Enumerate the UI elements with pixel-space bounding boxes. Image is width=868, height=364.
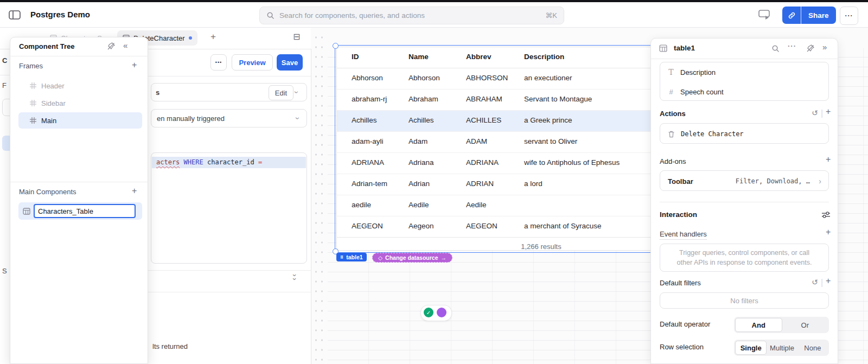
- reset-icon[interactable]: ↺: [812, 278, 818, 286]
- add-filter-button[interactable]: +: [826, 276, 831, 286]
- interaction-section-label: Interaction: [660, 210, 697, 219]
- operator-option-or[interactable]: Or: [782, 318, 828, 332]
- default-operator-label: Default operator: [660, 320, 710, 328]
- status-avatar-green: ✓: [423, 306, 435, 318]
- component-rename-input[interactable]: Characters_Table: [34, 204, 136, 218]
- table-cell: ACHILLES: [466, 116, 501, 124]
- unpin-icon[interactable]: [107, 42, 116, 50]
- row-selection-option-multiple[interactable]: Multiple: [767, 341, 797, 355]
- table-cell: Adrian: [409, 180, 430, 188]
- operator-option-and[interactable]: And: [735, 318, 782, 332]
- add-frame-button[interactable]: +: [132, 60, 137, 70]
- column-field-row[interactable]: # Speech count: [660, 82, 828, 101]
- icon-divider: |: [821, 108, 823, 118]
- column-field-label: Description: [680, 68, 716, 76]
- unsaved-dot: [189, 36, 192, 40]
- no-filters-box[interactable]: No filters: [660, 292, 829, 309]
- sliders-icon[interactable]: [821, 211, 831, 219]
- table-cell: Adam: [409, 137, 427, 145]
- unpin-icon[interactable]: [806, 44, 815, 53]
- change-datasource-button[interactable]: ◇ Change datasource →: [372, 253, 452, 263]
- arrow-right-icon: →: [441, 254, 447, 261]
- table-cell: adam-ayli: [352, 137, 384, 145]
- add-component-button[interactable]: +: [132, 186, 137, 196]
- run-trigger-select[interactable]: en manually triggered ›: [151, 109, 307, 127]
- add-action-button[interactable]: +: [826, 107, 831, 117]
- collapse-inspector-icon[interactable]: »: [822, 42, 827, 52]
- table-cell: Abhorson: [352, 74, 383, 82]
- resource-selector[interactable]: s Edit ›: [151, 83, 307, 101]
- add-addon-button[interactable]: +: [826, 155, 831, 164]
- action-item-label: Delete Character: [681, 130, 744, 138]
- table-cell: AEGEON: [352, 222, 383, 230]
- addons-section-label: Add-ons: [660, 157, 686, 165]
- preview-button[interactable]: Preview: [232, 54, 273, 71]
- resize-handle-top-left[interactable]: [333, 43, 339, 49]
- addons-list: Toolbar Filter, Download, … ›: [660, 170, 829, 191]
- table-cell: Adrian-tem: [352, 180, 387, 188]
- chevron-down-icon[interactable]: ›: [292, 91, 301, 94]
- collapse-panel-icon[interactable]: ⊟: [293, 31, 300, 42]
- add-event-handler-button[interactable]: +: [826, 227, 831, 237]
- sql-code-line[interactable]: acters WHERE character_id =: [156, 158, 262, 166]
- collapse-tree-icon[interactable]: «: [123, 41, 127, 50]
- column-header[interactable]: Abbrev: [466, 53, 492, 61]
- column-header[interactable]: Name: [409, 53, 429, 61]
- link-icon: [788, 11, 796, 20]
- row-selection-option-single[interactable]: Single: [735, 341, 767, 355]
- tree-item-header[interactable]: Header: [18, 78, 142, 94]
- toolbar-addon-label: Toolbar: [668, 177, 693, 186]
- column-header[interactable]: ID: [352, 53, 359, 61]
- table-cell: ABHORSON: [466, 74, 508, 82]
- table-cell: Servant to Montague: [524, 95, 592, 103]
- actions-section-label: Actions: [660, 110, 686, 118]
- action-item-delete-character[interactable]: Delete Character: [660, 124, 828, 144]
- table-cell: AEGEON: [466, 222, 497, 230]
- tree-item-label: Main: [41, 117, 56, 125]
- results-returned-fragment: lts returned: [152, 342, 188, 350]
- query-editor-panel: ••• Preview Save s Edit › en manually tr…: [148, 49, 311, 364]
- table-icon: [659, 44, 667, 52]
- search-placeholder: Search for components, queries, and acti…: [279, 11, 545, 20]
- table-cell: Aegeon: [409, 222, 434, 230]
- column-field-row[interactable]: T Description: [660, 62, 828, 82]
- tree-item-main[interactable]: Main: [18, 112, 142, 129]
- table-cell: wife to Antipholus of Ephesus: [524, 158, 620, 167]
- frames-section-label: Frames: [19, 62, 43, 70]
- component-name-tag[interactable]: ⠿ table1: [336, 253, 367, 261]
- row-selection-option-none[interactable]: None: [797, 341, 828, 355]
- more-options-icon[interactable]: ···: [788, 42, 796, 50]
- copy-link-button[interactable]: [782, 7, 801, 24]
- column-field-label: Speech count: [680, 88, 724, 96]
- change-datasource-label: Change datasource: [385, 254, 438, 261]
- resource-label-fragment: s: [156, 88, 159, 97]
- share-button[interactable]: Share: [801, 7, 836, 24]
- text-type-icon: T: [668, 68, 674, 76]
- no-filters-text: No filters: [730, 297, 758, 305]
- column-header[interactable]: Description: [524, 53, 564, 61]
- query-more-button[interactable]: •••: [210, 54, 227, 71]
- inspector-header: table1 ··· »: [651, 39, 838, 59]
- edit-resource-button[interactable]: Edit: [269, 85, 293, 100]
- diamond-icon: ◇: [378, 254, 382, 261]
- row-selection-label: Row selection: [660, 343, 704, 351]
- tree-item-characters-table[interactable]: Characters_Table: [18, 202, 142, 220]
- tree-item-sidebar[interactable]: Sidebar: [18, 95, 142, 111]
- search-icon[interactable]: [771, 44, 780, 53]
- component-tree-panel: Component Tree « Frames + Header Sidebar…: [10, 37, 148, 364]
- sidebar-toggle-icon[interactable]: [9, 10, 21, 20]
- columns-list: T Description # Speech count: [660, 62, 829, 101]
- global-search-input[interactable]: Search for components, queries, and acti…: [259, 7, 564, 24]
- search-icon: [266, 11, 275, 20]
- collapse-section-icon[interactable]: ››: [293, 273, 296, 281]
- more-options-button[interactable]: ···: [840, 7, 858, 25]
- reset-icon[interactable]: ↺: [812, 108, 818, 117]
- sql-editor[interactable]: acters WHERE character_id =: [151, 152, 307, 264]
- component-name-label: table1: [346, 254, 362, 260]
- actions-list: Delete Character: [660, 123, 829, 144]
- debug-panel-icon[interactable]: [758, 10, 770, 20]
- user-avatar-purple: [436, 306, 448, 318]
- toolbar-addon-row[interactable]: Toolbar Filter, Download, … ›: [660, 171, 828, 191]
- save-button[interactable]: Save: [277, 54, 303, 71]
- add-page-button[interactable]: +: [210, 31, 216, 42]
